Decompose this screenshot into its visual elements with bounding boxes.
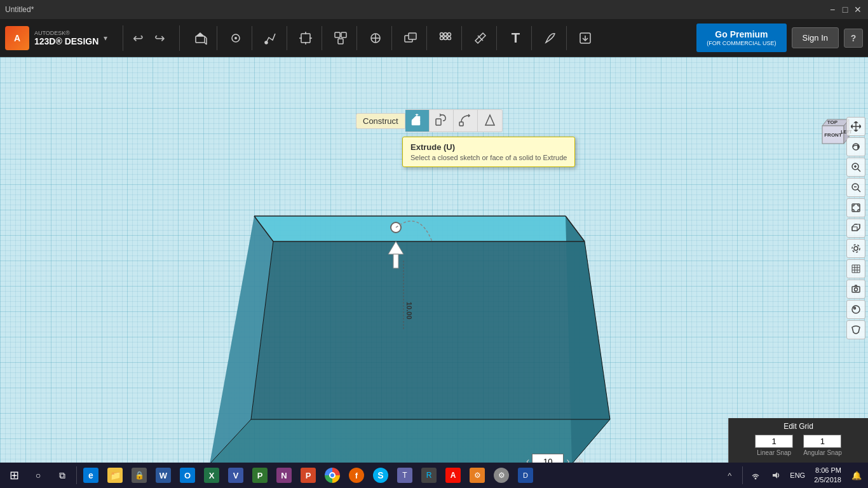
taskbar-word-icon[interactable]: W [152,464,175,487]
taskbar-language[interactable]: ENG [787,471,808,479]
taskbar-outlook-icon[interactable]: O [176,464,199,487]
pan-button[interactable] [846,117,865,136]
taskbar-teams-icon[interactable]: T [393,464,416,487]
taskbar-acrobat-icon[interactable]: A [442,464,465,487]
construct-label[interactable]: Construct [356,113,405,129]
logo-area[interactable]: A AUTODESK® 123D® DESIGN ▾ [5,26,107,50]
svg-marker-57 [485,115,494,125]
zoom-out-button[interactable] [846,178,865,197]
svg-rect-56 [459,122,463,126]
svg-marker-52 [412,116,420,120]
taskbar-powerpoint-icon[interactable]: P [297,464,320,487]
taskbar-right: ^ ENG 8:06 PM 2/5/2018 🔔 [721,464,865,487]
maximize-button[interactable]: □ [840,4,850,15]
minimize-button[interactable]: − [827,4,837,15]
viewport[interactable]: 10.00 Construct [0,57,868,469]
combine-button[interactable] [398,26,423,50]
svg-rect-48 [393,254,398,268]
taskbar-app1-icon[interactable]: ⚙ [466,464,489,487]
title-text: Untitled* [5,5,34,14]
text-button[interactable]: T [503,26,527,50]
taskbar-volume-icon[interactable] [767,464,785,487]
smart-shapes-button[interactable] [224,26,248,50]
taskbar-project-icon[interactable]: P [248,464,271,487]
view-options-button[interactable] [846,239,865,258]
taskbar-excel-icon[interactable]: X [200,464,223,487]
taskbar-remote-icon[interactable]: R [417,464,440,487]
svg-marker-66 [855,121,857,123]
taskbar-clock[interactable]: 8:06 PM 2/5/2018 [810,466,845,485]
close-button[interactable]: ✕ [853,4,863,15]
taskbar-security-icon[interactable]: 🔒 [128,464,151,487]
pen-button[interactable] [538,26,562,50]
taskbar-wifi-icon[interactable] [747,464,764,487]
pattern-button[interactable] [433,26,458,50]
go-premium-button[interactable]: Go Premium (FOR COMMERCIAL USE) [696,24,786,53]
logo-text: AUTODESK® 123D® DESIGN [34,30,98,46]
redo-button[interactable]: ↪ [150,29,169,48]
fit-view-button[interactable] [846,198,865,217]
svg-text:10.00: 10.00 [405,302,413,320]
toolbar-group-import [569,26,601,50]
logo-dropdown-arrow[interactable]: ▾ [104,34,107,43]
taskbar-chrome-icon[interactable] [321,464,344,487]
taskbar-skype-icon[interactable]: S [369,464,392,487]
toolbar-group-primitives [185,26,217,50]
sweep-button[interactable] [454,110,478,132]
primitives-button[interactable] [189,26,213,50]
group-button[interactable] [329,26,353,50]
import-button[interactable] [573,26,597,50]
undo-button[interactable]: ↩ [128,29,147,48]
zoom-in-button[interactable] [846,158,865,177]
transform-button[interactable] [294,26,318,50]
taskbar-notifications-icon[interactable]: 🔔 [848,471,865,480]
taskbar-chevron-icon[interactable]: ^ [721,464,738,487]
screenshot-button[interactable] [846,280,865,299]
svg-marker-67 [855,130,857,132]
taskbar-explorer-icon[interactable]: 📁 [104,464,126,487]
3d-view-button[interactable] [846,219,865,238]
svg-point-104 [855,288,858,291]
measure-button[interactable] [468,26,492,50]
svg-marker-108 [773,472,777,478]
svg-point-22 [444,32,447,36]
extra-settings-button[interactable] [846,320,865,339]
taskbar-settings-icon[interactable]: ⚙ [490,464,513,487]
snap-button[interactable] [363,26,388,50]
start-button[interactable]: ⊞ [3,464,25,487]
svg-point-25 [444,36,447,39]
angular-snap-input[interactable] [803,435,841,448]
titlebar-controls: − □ ✕ [827,4,863,15]
svg-rect-55 [436,119,441,125]
linear-snap-label: Linear Snap [757,449,791,456]
sign-in-button[interactable]: Sign In [792,27,839,48]
svg-line-27 [478,36,483,41]
taskbar-separator-2 [742,466,743,484]
svg-point-105 [852,306,860,313]
construct-tools [405,109,503,132]
material-button[interactable] [846,300,865,319]
taskbar-defender-icon[interactable]: D [514,464,537,487]
grid-settings-button[interactable] [846,259,865,278]
taskbar-firefox-icon[interactable]: f [345,464,368,487]
loft-button[interactable] [478,110,502,132]
taskbar-separator-1 [76,466,77,484]
search-button[interactable]: ○ [27,464,50,487]
sketch-button[interactable] [259,26,283,50]
orbit-button[interactable] [846,137,865,156]
help-button[interactable]: ? [844,29,863,48]
toolbar-group-smart [220,26,252,50]
toolbar-divider-2 [179,25,180,51]
linear-snap-input[interactable] [755,435,793,448]
svg-marker-32 [251,241,610,419]
svg-point-106 [854,308,856,309]
task-view-button[interactable]: ⧉ [51,464,74,487]
logo-autodesk: AUTODESK® [34,30,98,36]
taskbar-onenote-icon[interactable]: N [273,464,295,487]
extrude-button[interactable] [405,110,430,132]
taskbar-edge-icon[interactable]: e [79,464,102,487]
svg-line-77 [858,189,861,193]
svg-rect-15 [338,39,343,44]
revolve-button[interactable] [430,110,454,132]
taskbar-visio-icon[interactable]: V [224,464,247,487]
